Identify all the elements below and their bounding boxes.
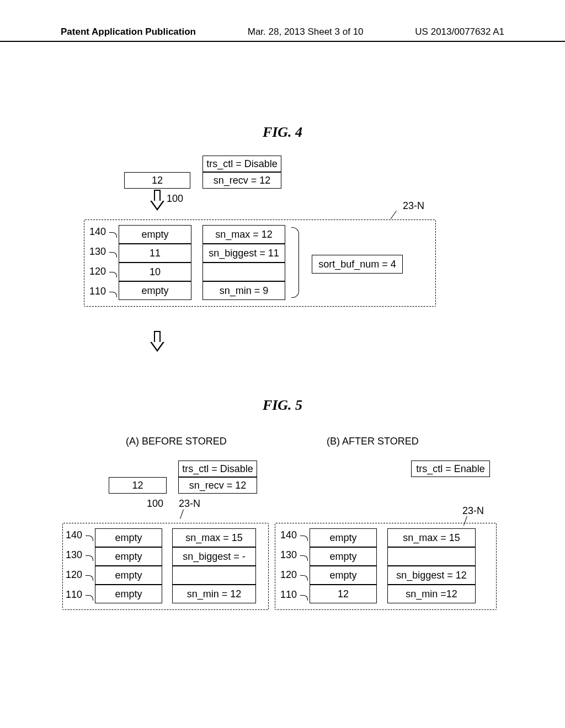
- fig5B-sn-max: sn_max = 15: [387, 528, 476, 547]
- fig4-input: 12: [124, 172, 190, 189]
- fig5B-lead-110: 110: [280, 589, 297, 601]
- fig5A-buf-110: empty: [95, 585, 162, 603]
- fig5A-sn-recv: sn_recv = 12: [178, 477, 257, 494]
- fig5A-ref-23n: 23-N: [179, 498, 200, 510]
- fig5A-trs-ctl: trs_ctl = Disable: [178, 461, 257, 477]
- fig5A-buf-120: empty: [95, 566, 162, 585]
- fig5B-sn-blank: [387, 547, 476, 566]
- fig4-sn-biggest: sn_biggest = 11: [202, 244, 285, 263]
- fig4-buf-140: empty: [119, 225, 191, 244]
- fig5-colA-title: (A) BEFORE STORED: [126, 436, 227, 447]
- fig5A-sn-biggest: sn_biggest = -: [172, 547, 256, 566]
- fig4-sn-blank: [202, 263, 285, 281]
- fig4-title: FIG. 4: [0, 124, 565, 141]
- fig5B-buf-140: empty: [310, 528, 377, 547]
- fig5A-buf-140: empty: [95, 528, 162, 547]
- fig4-buf-110: empty: [119, 281, 191, 300]
- fig5B-trs-ctl: trs_ctl = Enable: [411, 461, 490, 477]
- fig4-ref-23n: 23-N: [403, 200, 424, 212]
- header-right: US 2013/0077632 A1: [415, 26, 504, 38]
- fig5-colB-title: (B) AFTER STORED: [327, 436, 419, 447]
- fig5A-input: 12: [109, 477, 167, 494]
- fig5A-sn-min: sn_min = 12: [172, 585, 256, 603]
- fig5B-sn-biggest: sn_biggest = 12: [387, 566, 476, 585]
- header-center: Mar. 28, 2013 Sheet 3 of 10: [248, 26, 364, 38]
- fig5B-buf-110: 12: [310, 585, 377, 603]
- fig4-sn-min: sn_min = 9: [202, 281, 285, 300]
- header-left: Patent Application Publication: [61, 26, 196, 38]
- fig5A-sn-blank: [172, 566, 256, 585]
- fig4-lead-110: 110: [89, 286, 106, 297]
- fig5B-ref-23n: 23-N: [462, 505, 484, 517]
- fig5-title: FIG. 5: [0, 397, 565, 414]
- fig5A-lead-130: 130: [66, 549, 82, 561]
- fig5A-lead-110: 110: [66, 589, 82, 601]
- fig5A-sn-max: sn_max = 15: [172, 528, 256, 547]
- fig5A-lead-140: 140: [66, 529, 82, 541]
- arrow-down-icon: [151, 190, 163, 212]
- fig4-lead-130: 130: [89, 246, 106, 258]
- fig5B-lead-130: 130: [280, 549, 297, 561]
- fig5A-ref-100: 100: [147, 498, 163, 510]
- fig4: FIG. 4: [0, 124, 565, 141]
- fig4-lead-140: 140: [89, 226, 106, 238]
- fig5A-ref-23n-leader: [180, 510, 184, 519]
- page-header: Patent Application Publication Mar. 28, …: [0, 26, 565, 42]
- fig4-ref-100: 100: [167, 193, 183, 205]
- fig5: FIG. 5: [0, 397, 565, 414]
- fig4-sn-recv: sn_recv = 12: [202, 172, 281, 189]
- fig5B-sn-min: sn_min =12: [387, 585, 476, 603]
- fig4-trs-ctl: trs_ctl = Disable: [202, 156, 281, 172]
- arrow-down-icon: [151, 331, 163, 353]
- fig5A-lead-120: 120: [66, 569, 82, 581]
- bracket-icon: [291, 227, 299, 298]
- fig4-sn-max: sn_max = 12: [202, 225, 285, 244]
- fig5B-buf-120: empty: [310, 566, 377, 585]
- fig5B-lead-120: 120: [280, 569, 297, 581]
- fig4-lead-120: 120: [89, 266, 106, 277]
- fig5B-lead-140: 140: [280, 529, 297, 541]
- fig5B-buf-130: empty: [310, 547, 377, 566]
- fig5A-buf-130: empty: [95, 547, 162, 566]
- fig4-buf-130: 11: [119, 244, 191, 263]
- page: Patent Application Publication Mar. 28, …: [0, 0, 565, 728]
- fig4-buf-120: 10: [119, 263, 191, 281]
- fig4-sort-buf-num: sort_buf_num = 4: [312, 255, 403, 274]
